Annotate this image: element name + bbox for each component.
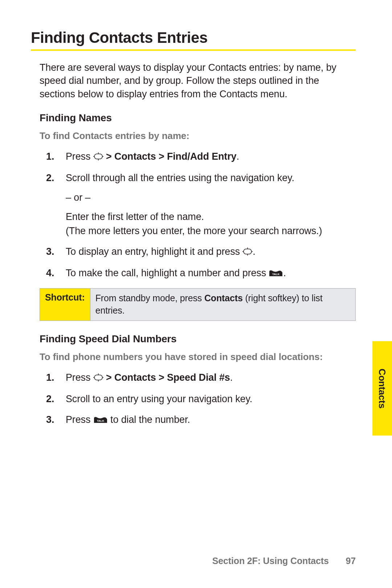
- section1-steps: Press > Contacts > Find/Add Entry. Scrol…: [40, 150, 356, 281]
- list-item: Press > Contacts > Find/Add Entry.: [40, 150, 356, 164]
- page-title: Finding Contacts Entries: [31, 29, 356, 46]
- shortcut-text: From standby mode, press: [95, 293, 204, 303]
- talk-key-icon: [93, 413, 108, 428]
- list-item: To make the call, highlight a number and…: [40, 266, 356, 281]
- footer-section: Section 2F: Using Contacts: [212, 556, 329, 566]
- step-or: – or –: [66, 191, 356, 205]
- nav-key-icon: [93, 150, 103, 164]
- nav-key-icon: [242, 245, 253, 260]
- section-tab: Contacts: [372, 341, 392, 436]
- shortcut-callout: Shortcut: From standby mode, press Conta…: [40, 288, 356, 321]
- step-text: Press: [66, 372, 93, 383]
- step-text: .: [236, 151, 239, 162]
- step-text: To display an entry, highlight it and pr…: [66, 246, 242, 257]
- section2-heading: Finding Speed Dial Numbers: [40, 333, 356, 345]
- title-rule: [31, 49, 356, 51]
- step-bold: > Contacts > Find/Add Entry: [103, 151, 237, 162]
- step-text: .: [283, 268, 286, 278]
- section2-lead: To find phone numbers you have stored in…: [40, 351, 356, 363]
- list-item: To display an entry, highlight it and pr…: [40, 245, 356, 260]
- section1-heading: Finding Names: [40, 112, 356, 124]
- list-item: Press to dial the number.: [40, 413, 356, 428]
- intro-text: There are several ways to display your C…: [40, 61, 356, 101]
- step-text: Enter the first letter of the name.: [66, 210, 356, 224]
- step-text: Scroll through all the entries using the…: [66, 172, 294, 183]
- step-bold: > Contacts > Speed Dial #s: [103, 372, 230, 383]
- section2-steps: Press > Contacts > Speed Dial #s. Scroll…: [40, 371, 356, 428]
- section-tab-label: Contacts: [377, 368, 388, 408]
- step-text: .: [253, 246, 255, 257]
- footer-page-number: 97: [346, 556, 356, 566]
- step-text: to dial the number.: [108, 414, 190, 425]
- list-item: Scroll to an entry using your navigation…: [40, 392, 356, 406]
- step-text: To make the call, highlight a number and…: [66, 268, 269, 278]
- talk-key-icon: [269, 267, 283, 281]
- shortcut-body: From standby mode, press Contacts (right…: [90, 289, 355, 320]
- step-text: .: [230, 372, 233, 383]
- list-item: Scroll through all the entries using the…: [40, 171, 356, 238]
- nav-key-icon: [93, 371, 103, 385]
- shortcut-bold: Contacts: [204, 293, 243, 303]
- shortcut-label: Shortcut:: [40, 289, 90, 320]
- step-text: (The more letters you enter, the more yo…: [66, 224, 356, 238]
- step-text: Press: [66, 414, 93, 425]
- page-footer: Section 2F: Using Contacts 97: [212, 556, 356, 566]
- section1-lead: To find Contacts entries by name:: [40, 130, 356, 142]
- step-text: Press: [66, 151, 93, 162]
- list-item: Press > Contacts > Speed Dial #s.: [40, 371, 356, 385]
